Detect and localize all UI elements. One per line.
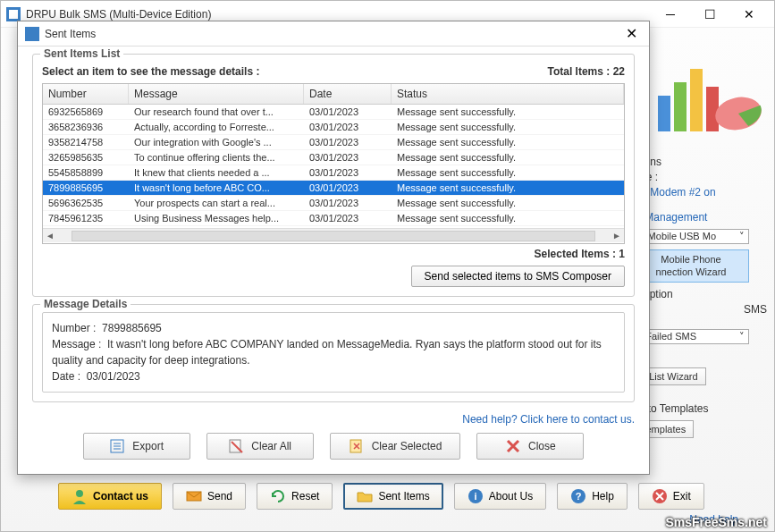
col-number[interactable]: Number (43, 84, 129, 104)
send-button[interactable]: Send (173, 483, 246, 510)
device-select[interactable]: G Mobile USB Mo ˅ (633, 229, 749, 244)
info-icon: i (468, 488, 484, 504)
user-icon (72, 488, 88, 504)
detail-message: It wasn't long before ABC COMPANY landed… (52, 338, 602, 367)
minimize-button[interactable]: ─ (651, 2, 690, 27)
send-to-composer-button[interactable]: Send selected items to SMS Composer (411, 266, 625, 287)
table-header: Number Message Date Status (43, 84, 624, 105)
col-date[interactable]: Date (304, 84, 392, 104)
message-details-group: Message Details Number : 7899885695 Mess… (32, 304, 635, 402)
close-button[interactable]: ✕ (729, 2, 769, 27)
help-link[interactable]: Need help? Click here to contact us. (32, 413, 635, 426)
items-table: Number Message Date Status 6932565869Our… (42, 83, 625, 244)
table-row[interactable]: 3658236936Actually, according to Forrest… (43, 120, 624, 135)
table-row[interactable]: 7845961235Using Business Messages help..… (43, 211, 624, 226)
device-label: vice : (633, 171, 767, 183)
table-body[interactable]: 6932565869Our research found that over t… (43, 105, 624, 228)
reset-icon (270, 488, 286, 504)
close-dialog-button[interactable]: Close (476, 433, 584, 460)
svg-rect-14 (25, 27, 39, 41)
mobile-phone-wizard[interactable]: Mobile Phonennection Wizard (633, 249, 749, 283)
selected-items: Selected Items : 1 (42, 248, 625, 260)
table-row[interactable]: 6932565869Our research found that over t… (43, 105, 624, 120)
templates-label: ge to Templates (633, 402, 767, 415)
failed-sms-select[interactable]: n Failed SMS ˅ (633, 329, 749, 344)
clear-selected-button[interactable]: Clear Selected (330, 433, 461, 460)
svg-rect-1 (9, 10, 18, 19)
exit-button[interactable]: Exit (638, 483, 704, 510)
svg-rect-4 (690, 69, 703, 131)
table-row[interactable]: 7899885695It wasn't long before ABC CO..… (43, 181, 624, 196)
options-label: ptions (633, 156, 767, 168)
total-items: Total Items : 22 (548, 65, 626, 78)
envelope-icon (186, 488, 202, 504)
dialog-title-bar: Sent Items ✕ (18, 21, 649, 46)
horizontal-scrollbar[interactable]: ◄► (43, 228, 624, 242)
dialog-buttons: Export Clear All Clear Selected Close (32, 433, 635, 460)
col-status[interactable]: Status (392, 84, 624, 104)
export-icon (109, 438, 125, 454)
help-button[interactable]: ?Help (557, 483, 628, 510)
right-panel: ptions vice : SB Modem #2 on ta Manageme… (633, 153, 767, 441)
chart-decoration (649, 60, 765, 140)
svg-rect-3 (674, 82, 687, 131)
list-legend: Sent Items List (40, 47, 123, 60)
help-icon: ? (570, 488, 586, 504)
svg-rect-5 (706, 87, 719, 131)
svg-rect-2 (658, 96, 670, 131)
bottom-toolbar: Contact us Send Reset Sent Items iAbout … (58, 483, 704, 510)
clear-all-icon (228, 438, 244, 454)
reset-button[interactable]: Reset (257, 483, 333, 510)
instruction-text: Select an item to see the message detail… (42, 65, 259, 78)
clear-selected-icon (349, 438, 365, 454)
sent-items-dialog: Sent Items ✕ Sent Items List Select an i… (17, 21, 650, 475)
clear-all-button[interactable]: Clear All (206, 433, 314, 460)
app-title: DRPU Bulk SMS (Multi-Device Edition) (26, 8, 651, 21)
main-window: DRPU Bulk SMS (Multi-Device Edition) ─ ☐… (0, 0, 775, 532)
close-icon (505, 438, 521, 454)
y-option-label: y Option (633, 288, 767, 300)
maximize-button[interactable]: ☐ (690, 2, 729, 27)
dialog-icon (25, 27, 39, 41)
sent-items-button[interactable]: Sent Items (343, 483, 442, 510)
detail-date: 03/01/2023 (87, 370, 140, 383)
dialog-title: Sent Items (45, 28, 620, 40)
folder-icon (357, 488, 373, 504)
watermark: SmsFreeSms.net (665, 515, 767, 529)
svg-text:i: i (474, 491, 476, 502)
details-legend: Message Details (40, 298, 131, 310)
app-icon (6, 7, 21, 21)
sms-label: SMS (744, 303, 767, 316)
les-label: les (633, 350, 767, 362)
sent-items-list-group: Sent Items List Select an item to see th… (32, 54, 635, 297)
svg-text:?: ? (576, 491, 582, 502)
table-row[interactable]: 5696362535Your prospects can start a rea… (43, 196, 624, 211)
about-button[interactable]: iAbout Us (454, 483, 546, 510)
export-button[interactable]: Export (83, 433, 190, 460)
contact-button[interactable]: Contact us (58, 483, 162, 510)
table-row[interactable]: 9358214758Our integration with Google's … (43, 135, 624, 150)
details-box: Number : 7899885695 Message : It wasn't … (42, 312, 625, 393)
svg-point-7 (76, 490, 83, 497)
detail-number: 7899885695 (102, 322, 162, 334)
table-row[interactable]: 8956235485Conversational messaging, al..… (43, 226, 624, 228)
exit-icon (652, 488, 668, 504)
dialog-close-button[interactable]: ✕ (620, 23, 642, 45)
table-row[interactable]: 3265985635To continue offering clients t… (43, 150, 624, 165)
table-row[interactable]: 5545858899It knew that clients needed a … (43, 165, 624, 181)
col-message[interactable]: Message (129, 84, 304, 104)
